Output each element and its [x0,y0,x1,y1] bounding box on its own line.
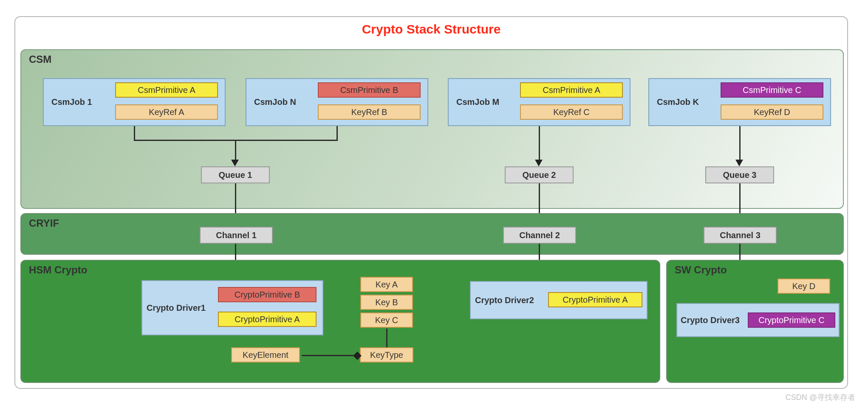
conn [386,329,387,347]
crypto-driver-2-prim-a: CryptoPrimitive A [548,292,642,307]
crypto-driver-1-prim-b: CryptoPrimitive B [218,287,317,302]
conn [134,126,135,141]
csm-job-n-label: CsmJob N [254,79,309,125]
key-c: Key C [360,312,413,328]
csm-job-k-keyref: KeyRef D [721,104,823,120]
watermark: CSDN @寻找幸存者 [786,392,855,402]
crypto-driver-2: Crypto Driver2 CryptoPrimitive A [470,281,647,319]
conn [302,355,359,356]
conn [235,140,236,162]
arrow-icon [231,160,239,166]
csm-job-k: CsmJob K CsmPrimitive C KeyRef D [648,78,831,126]
csm-job-n-keyref: KeyRef B [318,104,421,120]
csm-job-m-label: CsmJob M [456,79,512,125]
channel-1: Channel 1 [200,227,273,244]
channel-3: Channel 3 [704,227,777,244]
crypto-driver-2-label: Crypto Driver2 [475,282,551,318]
crypto-driver-3: Crypto Driver3 CryptoPrimitive C [676,303,840,337]
crypto-driver-1-prim-a: CryptoPrimitive A [218,312,317,327]
csm-job-m-keyref: KeyRef C [520,104,623,120]
conn [336,126,338,141]
layer-label-hsm: HSM Crypto [29,264,87,276]
key-b: Key B [360,295,413,310]
csm-job-m: CsmJob M CsmPrimitive A KeyRef C [448,78,631,126]
conn [739,126,741,162]
layer-label-cryif: CRYIF [29,217,59,229]
layer-hsm: HSM Crypto Crypto Driver1 CryptoPrimitiv… [20,260,660,383]
arrow-icon [535,160,543,166]
queue-1: Queue 1 [201,166,270,183]
csm-job-k-primitive: CsmPrimitive C [721,82,823,98]
key-type: KeyType [360,347,413,363]
csm-job-1-keyref: KeyRef A [115,104,218,120]
layer-cryif: CRYIF Channel 1 Channel 2 Channel 3 [20,213,844,255]
crypto-driver-3-prim-c: CryptoPrimitive C [748,312,835,328]
key-element: KeyElement [231,347,300,363]
diagram-title: Crypto Stack Structure [15,22,847,37]
layer-csm: CSM CsmJob 1 CsmPrimitive A KeyRef A Csm… [20,49,844,209]
arrow-icon [735,160,743,166]
csm-job-k-label: CsmJob K [657,79,712,125]
channel-2: Channel 2 [503,227,576,244]
layer-sw: SW Crypto Key D Crypto Driver3 CryptoPri… [666,260,844,383]
crypto-driver-3-label: Crypto Driver3 [681,304,749,336]
csm-job-1: CsmJob 1 CsmPrimitive A KeyRef A [43,78,226,126]
outer-frame: Crypto Stack Structure CSM CsmJob 1 CsmP… [14,16,848,389]
csm-job-n-primitive: CsmPrimitive B [318,82,421,98]
layer-label-csm: CSM [29,53,51,65]
key-a: Key A [360,277,413,292]
diagram-canvas: Crypto Stack Structure CSM CsmJob 1 CsmP… [0,0,868,405]
queue-2: Queue 2 [505,166,574,183]
csm-job-m-primitive: CsmPrimitive A [520,82,623,98]
crypto-driver-1-label: Crypto Driver1 [147,281,223,335]
csm-job-n: CsmJob N CsmPrimitive B KeyRef B [246,78,428,126]
csm-job-1-primitive: CsmPrimitive A [115,82,218,98]
csm-job-1-label: CsmJob 1 [51,79,107,125]
crypto-driver-1: Crypto Driver1 CryptoPrimitive B CryptoP… [141,280,323,335]
conn [539,126,540,162]
key-d: Key D [778,278,830,294]
layer-label-sw: SW Crypto [675,264,727,276]
queue-3: Queue 3 [705,166,774,183]
